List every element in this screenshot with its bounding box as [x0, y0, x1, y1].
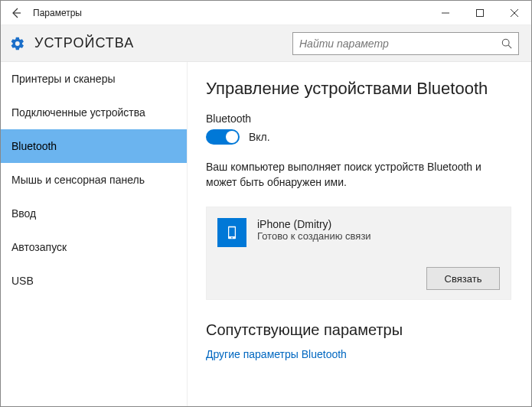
phone-icon: [217, 218, 246, 247]
sidebar-item-usb[interactable]: USB: [1, 264, 187, 298]
search-icon: [501, 38, 512, 49]
sidebar: Принтеры и сканеры Подключенные устройст…: [1, 62, 188, 406]
maximize-icon: [476, 9, 484, 17]
svg-rect-3: [229, 228, 235, 237]
device-text: iPhone (Dmitry) Готово к созданию связи: [257, 218, 371, 242]
device-actions: Связать: [217, 267, 500, 290]
sidebar-item-mouse-touchpad[interactable]: Мышь и сенсорная панель: [1, 163, 187, 197]
content-body: Принтеры и сканеры Подключенные устройст…: [1, 62, 531, 406]
maximize-button[interactable]: [462, 1, 497, 25]
bluetooth-toggle-row: Вкл.: [206, 129, 511, 145]
close-button[interactable]: [497, 1, 531, 25]
sidebar-item-autoplay[interactable]: Автозапуск: [1, 230, 187, 264]
back-button[interactable]: [1, 1, 31, 25]
page-title: УСТРОЙСТВА: [34, 35, 292, 51]
related-heading: Сопутствующие параметры: [206, 321, 511, 339]
window-controls: [428, 1, 531, 25]
sidebar-item-typing[interactable]: Ввод: [1, 197, 187, 230]
title-bar: Параметры: [1, 1, 531, 25]
main-content: Управление устройствами Bluetooth Blueto…: [188, 62, 531, 406]
pair-button[interactable]: Связать: [426, 267, 500, 290]
page-header: УСТРОЙСТВА: [1, 25, 531, 62]
minimize-button[interactable]: [428, 1, 462, 25]
device-row: iPhone (Dmitry) Готово к созданию связи: [217, 218, 500, 247]
window-title: Параметры: [31, 8, 428, 18]
gear-icon: [10, 36, 25, 51]
device-status: Готово к созданию связи: [257, 230, 371, 242]
svg-rect-0: [476, 9, 483, 16]
toggle-label: Bluetooth: [206, 112, 511, 125]
device-card[interactable]: iPhone (Dmitry) Готово к созданию связи …: [206, 207, 511, 300]
more-bluetooth-settings-link[interactable]: Другие параметры Bluetooth: [206, 348, 511, 360]
search-input[interactable]: [299, 37, 501, 50]
minimize-icon: [442, 9, 449, 17]
search-box[interactable]: [292, 32, 519, 55]
bluetooth-info-text: Ваш компьютер выполняет поиск устройств …: [206, 160, 511, 190]
toggle-state-text: Вкл.: [249, 131, 270, 143]
toggle-knob: [226, 131, 238, 143]
sidebar-item-printers[interactable]: Принтеры и сканеры: [1, 62, 187, 96]
bluetooth-toggle[interactable]: [206, 129, 240, 145]
device-name: iPhone (Dmitry): [257, 218, 371, 230]
svg-point-4: [231, 237, 233, 239]
sidebar-item-connected-devices[interactable]: Подключенные устройства: [1, 96, 187, 129]
section-heading: Управление устройствами Bluetooth: [206, 79, 511, 99]
sidebar-item-bluetooth[interactable]: Bluetooth: [1, 129, 187, 163]
arrow-left-icon: [10, 7, 22, 19]
svg-point-1: [502, 39, 509, 46]
close-icon: [511, 9, 518, 17]
